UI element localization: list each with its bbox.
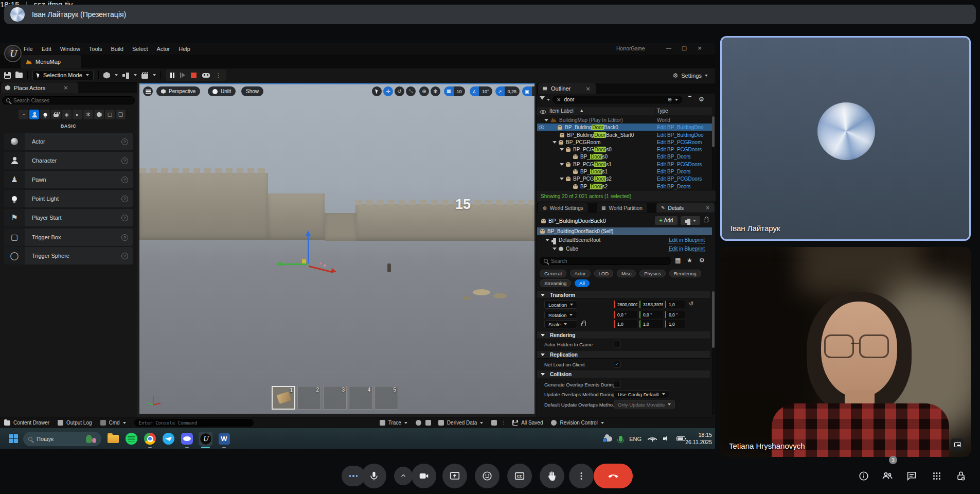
outliner-row[interactable]: BP_BuldingDoorBack_Start0 Edit BP_Buldin…	[537, 131, 712, 138]
battery-icon[interactable]	[676, 436, 685, 441]
help-icon[interactable]: ?	[121, 253, 128, 259]
net-load-checkbox[interactable]: ✓	[614, 361, 620, 367]
menu-actor[interactable]: Actor	[157, 46, 170, 52]
camera-device-chevron[interactable]	[394, 467, 413, 485]
section-transform[interactable]: Transform	[537, 291, 710, 299]
chip-streaming[interactable]: Streaming	[540, 279, 571, 287]
section-replication[interactable]: Replication	[537, 351, 710, 359]
category-all-icon[interactable]: ❏	[116, 110, 126, 119]
clear-search-icon[interactable]: ×	[557, 97, 561, 102]
outliner-row[interactable]: BP_Doors1 Edit BP_Doors	[537, 168, 712, 175]
edit-blueprint-link[interactable]: Edit BP_BuldingDoo	[657, 132, 710, 138]
eject-gamepad-icon[interactable]	[202, 73, 210, 78]
section-rendering[interactable]: Rendering	[537, 331, 710, 339]
chip-all[interactable]: All	[575, 279, 590, 287]
scale-z-field[interactable]: 1,0	[665, 320, 685, 328]
taskbar-search[interactable]: Пошук	[23, 432, 101, 446]
picture-in-picture-button[interactable]	[951, 438, 964, 451]
chip-physics[interactable]: Physics	[639, 270, 666, 277]
location-dropdown[interactable]: Location	[544, 301, 577, 309]
rotate-tool-icon[interactable]: ↺	[395, 86, 404, 96]
camera-speed-control[interactable]: ▣ 1	[522, 86, 535, 96]
more-options-button[interactable]	[569, 464, 594, 488]
chat-button[interactable]	[905, 470, 918, 482]
visibility-column-eye-icon[interactable]	[540, 110, 546, 114]
search-options-icon[interactable]: ⊕	[668, 97, 672, 102]
details-scrollbar[interactable]	[712, 291, 715, 415]
outliner-row[interactable]: BP_Doors2 Edit BP_Doors	[537, 183, 712, 190]
participant-tile-ivan[interactable]: Іван Лайтарук	[720, 36, 971, 241]
category-volumes-icon[interactable]: ▢	[105, 110, 115, 119]
component-row-scene-root[interactable]: DefaultSceneRoot Edit in Blueprint	[537, 236, 712, 244]
hotbar-slot-3[interactable]: 3	[323, 386, 347, 410]
windows-start-icon[interactable]	[9, 434, 18, 443]
type-column[interactable]: Type	[657, 108, 668, 114]
close-icon[interactable]: ×	[706, 205, 710, 210]
save-icon[interactable]	[4, 72, 11, 79]
place-actors-search-input[interactable]: Search Classes	[2, 96, 135, 104]
snapshot-icon[interactable]	[425, 420, 431, 426]
captions-button[interactable]: CC	[507, 464, 532, 488]
lighting-mode-dropdown[interactable]: Unlit	[208, 86, 236, 96]
surface-snap-icon[interactable]: ✻	[431, 86, 440, 96]
stop-icon[interactable]	[191, 73, 197, 78]
pause-icon[interactable]	[170, 73, 174, 78]
grid-snap-control[interactable]: ▦ 10	[444, 86, 465, 96]
component-row-cube[interactable]: Cube Edit in Blueprint	[537, 245, 712, 253]
scale-x-field[interactable]: 1,0	[614, 320, 637, 328]
menu-edit[interactable]: Edit	[42, 46, 51, 52]
host-controls-button[interactable]	[955, 470, 967, 482]
tab-menumap[interactable]: MenuMap	[21, 55, 81, 68]
rotation-x-field[interactable]: 0,0 °	[614, 311, 637, 319]
location-z-field[interactable]: 1,0	[665, 301, 685, 308]
place-item-point-light[interactable]: Point Light ?	[4, 190, 133, 207]
outliner-row[interactable]: BP_PCGRoom Edit BP_PCGRoom	[537, 138, 712, 146]
close-icon[interactable]: ×	[63, 85, 68, 91]
filter-icon[interactable]	[540, 96, 545, 100]
place-item-trigger-sphere[interactable]: ◯ Trigger Sphere ?	[4, 247, 133, 264]
raise-hand-button[interactable]	[540, 464, 564, 488]
hotbar-slot-4[interactable]: 4	[349, 386, 372, 410]
menu-tools[interactable]: Tools	[89, 46, 102, 52]
tab-details[interactable]: ✎ Details ×	[656, 203, 715, 213]
chip-general[interactable]: General	[540, 270, 566, 277]
visibility-eye-icon[interactable]	[539, 126, 544, 129]
category-recent-icon[interactable]: ◔	[19, 110, 28, 119]
output-log-button[interactable]: Output Log	[58, 420, 92, 426]
play-options-icon[interactable]: ⋮	[216, 73, 221, 78]
component-row-self[interactable]: BP_BuldingDoorBack0 (Self)	[537, 227, 712, 235]
perspective-dropdown[interactable]: Perspective	[156, 86, 200, 96]
record-icon[interactable]	[416, 420, 421, 426]
participant-tile-tetiana[interactable]: Tetiana Hryshanovych	[720, 247, 971, 457]
language-indicator[interactable]: ENG	[629, 436, 642, 442]
place-item-character[interactable]: Character ?	[4, 152, 133, 169]
edit-blueprint-link[interactable]: Edit BP_BuldingDoo	[657, 125, 710, 130]
menu-file[interactable]: File	[24, 46, 33, 52]
revision-control-dropdown[interactable]: Revision Control	[551, 420, 603, 426]
edit-in-blueprint-link[interactable]: Edit in Blueprint	[669, 246, 705, 252]
tab-world-settings[interactable]: ◍ World Settings	[538, 203, 588, 213]
scale-snap-control[interactable]: ↗ 0,25	[495, 86, 520, 96]
item-label-column[interactable]: Item Label	[549, 108, 574, 114]
unreal-logo-icon[interactable]: U	[4, 45, 22, 62]
generate-overlap-checkbox[interactable]	[614, 381, 620, 387]
edit-blueprint-link[interactable]: Edit BP_Doors	[657, 154, 710, 160]
add-component-button[interactable]: +Add	[655, 216, 678, 225]
chip-lod[interactable]: LOD	[594, 270, 614, 277]
outliner-row[interactable]: BP_Doors0 Edit BP_Doors	[537, 153, 712, 160]
outliner-row[interactable]: BP_PCGDoors0 Edit BP_PCGDoors	[537, 146, 712, 153]
cmd-dropdown[interactable]: Cmd	[100, 420, 126, 426]
help-icon[interactable]: ?	[121, 234, 128, 241]
outliner-row[interactable]: BP_PCGDoors1 Edit BP_PCGDoors	[537, 161, 712, 168]
display-options-icon[interactable]: ▦	[675, 257, 681, 263]
menu-help[interactable]: Help	[179, 46, 190, 52]
rotation-z-field[interactable]: 0,0 °	[665, 311, 685, 319]
more-icon[interactable]: ⋮	[501, 420, 506, 426]
transform-gizmo[interactable]	[277, 233, 344, 294]
world-space-icon[interactable]: ⊕	[419, 86, 429, 96]
outliner-tab[interactable]: Outliner ×	[538, 83, 596, 94]
category-cinematic-icon[interactable]	[51, 110, 61, 119]
edit-blueprint-link[interactable]: Edit BP_PCGDoors	[657, 147, 710, 152]
place-item-actor[interactable]: Actor ?	[4, 133, 133, 150]
viewport[interactable]: 15 1 2 3 4 5 Perspective	[139, 83, 535, 414]
